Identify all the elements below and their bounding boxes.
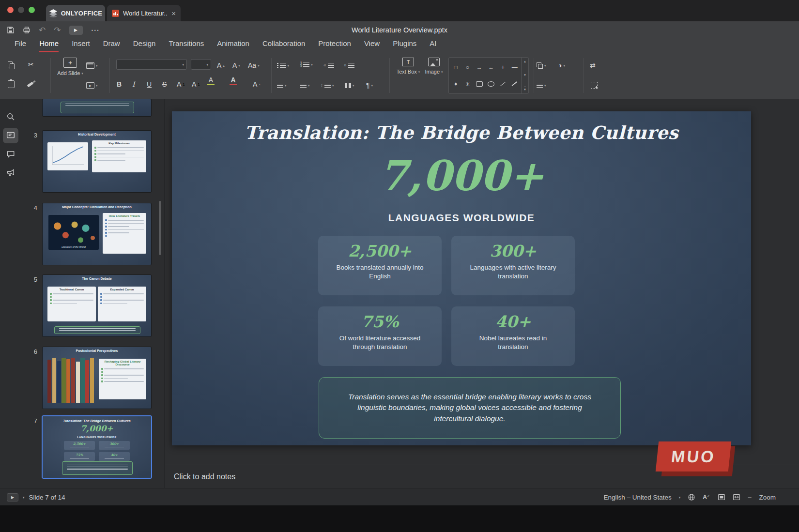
stat-card-nobel[interactable]: 40+ Nobel laureates read in translation [451, 306, 575, 366]
menu-animation[interactable]: Animation [217, 39, 249, 52]
increase-indent-button[interactable]: » [344, 59, 354, 72]
ellipse-shape-icon[interactable]: ○ [466, 64, 469, 71]
cut-button[interactable]: ✂ [28, 58, 34, 71]
undo-button[interactable]: ↶ [39, 26, 46, 34]
scroll-down-icon[interactable]: ▾ [524, 73, 526, 77]
start-preview-button[interactable]: ▶ [7, 493, 18, 502]
numbering-button[interactable]: 123▾ [300, 58, 313, 71]
traffic-light-close[interactable] [7, 7, 14, 13]
tab-onlyoffice[interactable]: ONLYOFFICE [46, 5, 105, 21]
speech-rect-shape-icon[interactable] [476, 81, 483, 87]
shape-fill-button[interactable]: ◑▾ [558, 59, 565, 72]
font-size-select[interactable]: ▾ [191, 59, 211, 70]
star4-shape-icon[interactable]: ✦ [453, 81, 458, 88]
underline-button[interactable]: U [147, 78, 152, 91]
vertical-align-button[interactable]: ▾ [300, 79, 310, 91]
copy-button[interactable] [8, 58, 13, 71]
menu-transitions[interactable]: Transitions [169, 39, 204, 52]
strikethrough-button[interactable]: S [162, 78, 167, 91]
menu-design[interactable]: Design [133, 39, 156, 52]
diagonal-thick-shape-icon[interactable] [512, 82, 518, 87]
slide-thumbnail-6[interactable]: Postcolonial Perspectives Reshaping Glob… [43, 347, 151, 409]
fit-width-button[interactable] [733, 493, 740, 501]
more-actions-button[interactable]: ⋯ [91, 26, 99, 34]
slide-thumbnail-7-selected[interactable]: Translation: The Bridge Between Cultures… [43, 416, 151, 478]
slide-thumbnail-5[interactable]: The Canon Debate Traditional Canon Expan… [43, 275, 151, 336]
comments-button[interactable] [6, 150, 16, 159]
arrange-shape-button[interactable]: ▾ [537, 59, 546, 72]
menu-home[interactable]: Home [39, 39, 59, 52]
slide-big-stat[interactable]: 7,000+ [172, 151, 751, 200]
diagonal-line-shape-icon[interactable] [500, 82, 506, 86]
image-button[interactable]: Image▾ [422, 58, 446, 75]
change-layout-button[interactable]: ▾ [86, 59, 98, 72]
language-chevron-icon[interactable]: ▾ [679, 496, 681, 499]
menu-protection[interactable]: Protection [318, 39, 351, 52]
rectangle-shape-icon[interactable]: □ [454, 64, 458, 71]
subscript-button[interactable]: A1 [192, 78, 200, 91]
plus-shape-icon[interactable]: + [501, 64, 505, 71]
stat-card-languages[interactable]: 300+ Languages with active literary tran… [451, 236, 575, 295]
stat-card-books[interactable]: 2,500+ Books translated annually into En… [318, 236, 442, 295]
search-button[interactable] [6, 112, 16, 122]
set-language-button[interactable] [688, 493, 695, 501]
tab-document[interactable]: World Literatur... × [107, 5, 181, 21]
bullets-button[interactable]: ▾ [277, 59, 289, 72]
slide-canvas[interactable]: Translation: The Bridge Between Cultures… [172, 111, 751, 445]
save-button[interactable] [7, 26, 15, 34]
columns-button[interactable]: ▾ [345, 79, 354, 91]
spellcheck-button[interactable]: A✓ [703, 494, 710, 500]
menu-view[interactable]: View [364, 39, 380, 52]
highlight-color-button[interactable]: A [207, 76, 215, 89]
menu-collaboration[interactable]: Collaboration [262, 39, 305, 52]
redo-button[interactable]: ↷ [54, 26, 61, 34]
decrease-font-button[interactable]: A▾ [232, 59, 240, 72]
text-box-button[interactable]: T Text Box▾ [395, 58, 421, 75]
menu-insert[interactable]: Insert [72, 39, 90, 52]
font-name-select[interactable]: ▾ [116, 59, 187, 70]
menu-file[interactable]: File [15, 39, 26, 52]
close-tab-icon[interactable]: × [171, 10, 176, 17]
preview-options-icon[interactable]: ▾ [23, 496, 25, 499]
superscript-button[interactable]: A1 [177, 78, 185, 91]
menu-ai[interactable]: AI [430, 39, 436, 52]
align-objects-button[interactable]: ▾ [537, 79, 546, 91]
menu-plugins[interactable]: Plugins [393, 39, 416, 52]
gallery-expand-icon[interactable]: ▾ [524, 86, 526, 91]
right-arrow-shape-icon[interactable]: → [476, 64, 482, 71]
scroll-up-icon[interactable]: ▴ [524, 60, 526, 63]
paragraph-settings-button[interactable]: ¶▾ [366, 79, 373, 91]
slide-thumbnail-3[interactable]: Historical Development Key Milestones [43, 131, 151, 192]
italic-button[interactable]: I [132, 78, 135, 91]
slide-thumbnail-2-partial[interactable] [43, 99, 151, 116]
shapes-gallery-scroll[interactable]: ▴ ▾ ▾ [521, 58, 528, 93]
zoom-out-button[interactable]: − [748, 493, 752, 502]
line-spacing-button[interactable]: ↕▾ [321, 79, 334, 91]
stat-card-percent[interactable]: 75% Of world literature accessed through… [318, 306, 442, 366]
start-slideshow-button[interactable]: ▶ [69, 26, 83, 35]
paste-button[interactable] [8, 78, 15, 91]
left-arrow-shape-icon[interactable]: ← [488, 64, 494, 71]
bold-button[interactable]: B [117, 78, 122, 91]
quote-box[interactable]: Translation serves as the essential brid… [319, 377, 621, 439]
preview-button[interactable]: ▶▾ [86, 79, 98, 91]
shapes-gallery[interactable]: □ ○ → ← + — ✦ ✳ ▴ ▾ ▾ [448, 57, 529, 94]
feedback-button[interactable] [6, 168, 16, 178]
traffic-light-zoom[interactable] [29, 7, 35, 13]
change-case-button[interactable]: Aa▾ [248, 59, 260, 72]
horizontal-align-button[interactable]: ▾ [277, 79, 287, 91]
line-shape-icon[interactable]: — [512, 64, 518, 71]
slides-panel-button[interactable] [6, 131, 16, 140]
traffic-light-minimize[interactable] [18, 7, 24, 13]
slide-thumbnail-4[interactable]: Major Concepts: Circulation and Receptio… [43, 203, 151, 265]
select-button[interactable] [591, 79, 598, 91]
copy-style-button[interactable] [27, 78, 33, 91]
slide-subtitle[interactable]: LANGUAGES WORLDWIDE [172, 212, 751, 224]
language-button[interactable]: English – United States [603, 494, 671, 501]
panel-scrollbar[interactable] [159, 201, 161, 255]
decrease-indent-button[interactable]: « [323, 59, 334, 72]
slide-title[interactable]: Translation: The Bridge Between Cultures [172, 122, 751, 143]
menu-draw[interactable]: Draw [103, 39, 120, 52]
star8-shape-icon[interactable]: ✳ [465, 81, 470, 88]
increase-font-button[interactable]: A▴ [217, 59, 225, 72]
